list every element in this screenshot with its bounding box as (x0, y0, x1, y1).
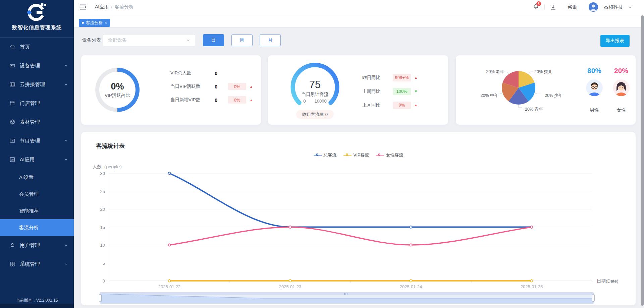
pie-label-elderly: 20% 老年 (481, 69, 504, 75)
data-point (410, 226, 412, 228)
stat-row: VIP总人数 0 (170, 66, 254, 80)
app-title: 数智化信息管理系统 (0, 24, 74, 31)
traffic-gauge-card: 75 当日累计客流 0 10000 昨日客流量 0 昨日同比 999+% ▲ 上… (268, 55, 448, 125)
stat-row: 当日新增VIP数 0 0% ▲ (170, 93, 254, 107)
stat-row: 上周同比 100% ▼ (362, 84, 439, 98)
download-icon[interactable] (550, 4, 556, 10)
y-tick-label: 30 (100, 171, 105, 176)
today-traffic-label: 当日累计客流 (288, 91, 342, 98)
pie-label-line (519, 105, 522, 108)
system-icon (9, 261, 15, 267)
company-name[interactable]: 杰和科技 (603, 4, 623, 10)
y-tick-label: 0 (103, 279, 105, 284)
data-point (168, 280, 171, 282)
pie-label-youth: 20% 青年 (525, 107, 543, 112)
sidebar-bottom-strip (0, 304, 74, 308)
x-tick-label: 2025-01-25 (521, 284, 543, 289)
vip-stats-card: 0% VIP活跃占比 VIP总人数 0 当日VIP活跃数 0 0% ▲ 当日新增… (81, 55, 261, 125)
chevron-down-icon (64, 244, 68, 247)
gauge-center-text: 75 当日累计客流 0 10000 (288, 79, 342, 104)
female-label: 女性 (608, 107, 635, 113)
sidebar-item-store[interactable]: 门店管理 (0, 94, 74, 113)
chevron-down-icon (64, 83, 68, 86)
trend-up-icon: ▲ (414, 76, 418, 79)
slider-handle-right[interactable] (592, 294, 595, 302)
tab-close-icon[interactable]: × (105, 20, 107, 25)
submenu-item-ai-settings[interactable]: AI设置 (0, 169, 74, 186)
submenu-item-traffic-analysis[interactable]: 客流分析 (0, 219, 74, 236)
slider-handle-left[interactable] (99, 294, 102, 302)
x-tick-label: 2025-01-23 (279, 284, 302, 289)
help-link[interactable]: 帮助 (568, 4, 578, 10)
cube-icon (9, 119, 15, 125)
x-axis-name: 日期(Date) (597, 279, 619, 284)
x-tick-label: 2025-01-22 (158, 284, 181, 289)
today-traffic-value: 75 (288, 79, 342, 91)
trend-badge: 0% (228, 83, 246, 90)
trend-badge: 100% (393, 88, 411, 95)
sidebar-item-material[interactable]: 素材管理 (0, 113, 74, 131)
breadcrumb-parent[interactable]: AI应用 (95, 4, 109, 9)
pie-label-middle-aged: 20% 中年 (476, 93, 498, 99)
sidebar-item-users[interactable]: 用户管理 (0, 236, 74, 255)
sidebar-item-system[interactable]: 系统管理 (0, 255, 74, 273)
device-icon (9, 63, 15, 69)
minimap-area (100, 294, 593, 303)
device-select[interactable]: 全部设备 (103, 34, 195, 46)
pie-label-line (535, 93, 541, 94)
traffic-line-chart: 0510152025302025-01-222025-01-232025-01-… (81, 132, 636, 305)
trend-up-icon: ▲ (414, 103, 418, 107)
submenu-item-members[interactable]: 会员管理 (0, 186, 74, 202)
female-percent: 20% (608, 67, 635, 75)
tab-traffic-analysis[interactable]: 客流分析 × (79, 19, 110, 27)
data-point (531, 226, 533, 228)
series-line (169, 173, 532, 227)
traffic-chart-card: 客流统计表 总客流 VIP客流 女性客流 0510152025302025-01… (81, 132, 636, 305)
submenu-item-smart-recommend[interactable]: 智能推荐 (0, 202, 74, 219)
breadcrumb-current: 客流分析 (115, 4, 133, 9)
trend-badge: 0% (393, 102, 411, 109)
sidebar-item-program[interactable]: 节目管理 (0, 131, 74, 150)
logo-block: 数智化信息管理系统 (0, 0, 74, 38)
male-percent: 80% (581, 67, 608, 75)
collapse-menu-icon[interactable] (80, 4, 87, 10)
yesterday-traffic-pill: 昨日客流量 0 (296, 110, 334, 119)
avatar-person-icon (589, 2, 598, 12)
data-point (168, 172, 171, 175)
chevron-down-icon (64, 262, 68, 266)
notification-button[interactable]: 5 (533, 3, 539, 11)
series-line (169, 227, 532, 245)
chevron-down-icon (64, 139, 68, 142)
y-tick-label: 10 (100, 243, 105, 248)
sidebar-item-home[interactable]: 首页 (0, 38, 74, 56)
version-text: 当前版本：V2.2.001.15 (0, 298, 74, 303)
svg-text:AI: AI (11, 159, 13, 161)
sidebar-item-cloud-splicing[interactable]: 云拼接管理 (0, 75, 74, 94)
month-button[interactable]: 月 (260, 34, 281, 46)
sidebar-item-device[interactable]: 设备管理 (0, 56, 74, 75)
export-report-button[interactable]: 导出报表 (600, 35, 630, 47)
home-icon (9, 44, 15, 50)
pie-label-teen: 20% 少年 (545, 93, 563, 99)
week-button[interactable]: 周 (231, 34, 253, 46)
y-tick-label: 25 (100, 189, 105, 194)
trend-badge: 0% (228, 96, 246, 104)
data-point (289, 280, 291, 282)
scrollbar-thumb[interactable] (641, 15, 644, 306)
day-button[interactable]: 日 (203, 34, 224, 46)
app-root: 数智化信息管理系统 首页 设备管理 云拼接管理 门店管理 素材管理 节目管理 (0, 0, 644, 308)
pie-label-line (503, 72, 508, 74)
chevron-up-icon (64, 158, 68, 161)
data-point (410, 244, 412, 246)
stat-row: 当日VIP活跃数 0 0% ▲ (170, 80, 254, 93)
datazoom-grip[interactable] (344, 293, 347, 295)
stat-row: 上月同比 0% ▲ (362, 98, 439, 112)
user-avatar[interactable] (589, 2, 598, 12)
chevron-down-icon[interactable] (628, 5, 632, 9)
divider (583, 4, 583, 10)
datazoom-slider[interactable] (100, 292, 594, 304)
sidebar-item-ai[interactable]: AI AI应用 (0, 150, 74, 169)
y-tick-label: 15 (100, 225, 105, 230)
vip-active-percent: 0% (111, 81, 124, 92)
pie-label-line (528, 72, 533, 74)
